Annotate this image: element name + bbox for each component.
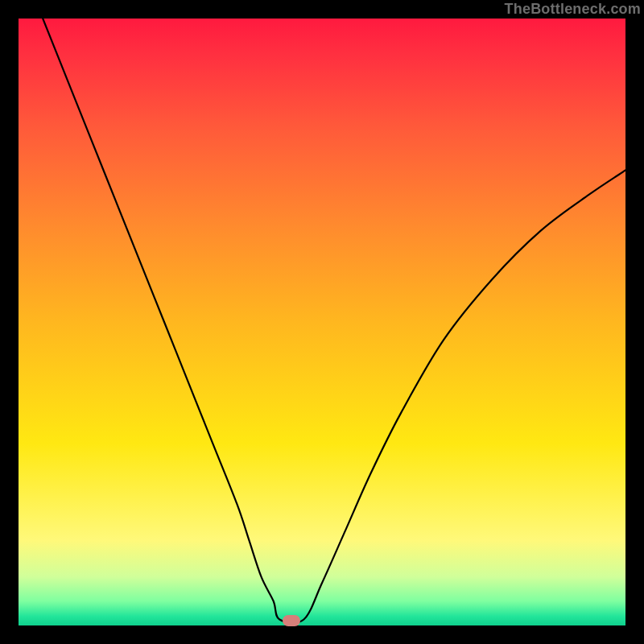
- optimum-marker: [283, 615, 300, 626]
- chart-frame: TheBottleneck.com: [0, 0, 644, 644]
- plot-area: [19, 19, 625, 625]
- attribution-label: TheBottleneck.com: [505, 0, 641, 19]
- bottleneck-curve: [19, 19, 625, 625]
